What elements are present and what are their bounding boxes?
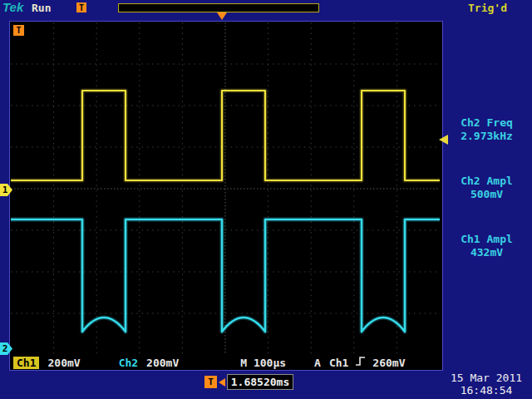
horizontal-position-badge: T bbox=[204, 376, 217, 388]
measurement-readout: Ch2 Ampl 500mV bbox=[443, 175, 530, 201]
horizontal-position-value: 1.68520ms bbox=[227, 374, 293, 390]
trigger-position-indicator-icon bbox=[217, 12, 227, 20]
trigger-marker-badge: T bbox=[76, 2, 86, 12]
time-readout: 16:48:54 bbox=[444, 384, 529, 397]
measurement-readout: Ch1 Ampl 432mV bbox=[443, 233, 530, 259]
measurement-label: Ch1 Ampl bbox=[443, 233, 530, 246]
measurement-value: 500mV bbox=[443, 188, 530, 201]
measurement-value: 432mV bbox=[443, 246, 530, 259]
trigger-system-label: A bbox=[314, 357, 321, 369]
measurement-label: Ch2 Freq bbox=[443, 116, 530, 130]
measurement-readout: Ch2 Freq 2.973kHz bbox=[443, 116, 530, 143]
trigger-source: Ch1 bbox=[329, 357, 348, 369]
trigger-level-readout: 260mV bbox=[372, 357, 405, 369]
date-readout: 15 Mar 2011 bbox=[444, 372, 529, 384]
measurement-value: 2.973kHz bbox=[443, 130, 530, 143]
acquisition-state: Run bbox=[32, 2, 51, 14]
ch1-scale: 200mV bbox=[47, 357, 80, 369]
ch2-scale: 200mV bbox=[146, 357, 179, 369]
ch2-label: Ch2 bbox=[119, 357, 138, 369]
oscilloscope-display: Tek Run T Trig'd T 1 2 Ch1 200mV Ch2 200… bbox=[0, 0, 532, 399]
timebase-readout: M 100µs bbox=[240, 357, 286, 369]
rising-edge-icon bbox=[355, 356, 366, 369]
graticule bbox=[11, 22, 440, 355]
trigger-time-marker: T bbox=[13, 25, 24, 36]
trigger-status: Trig'd bbox=[468, 2, 507, 14]
measurement-label: Ch2 Ampl bbox=[443, 175, 530, 188]
tek-logo: Tek bbox=[2, 0, 23, 14]
datetime: 15 Mar 2011 16:48:54 bbox=[444, 372, 529, 397]
ch1-badge: Ch1 bbox=[13, 357, 39, 369]
acquisition-progress-bar bbox=[118, 3, 319, 12]
status-bar: Ch1 200mV Ch2 200mV M 100µs A Ch1 260mV bbox=[10, 355, 442, 370]
horizontal-position-arrow-icon bbox=[219, 378, 225, 387]
